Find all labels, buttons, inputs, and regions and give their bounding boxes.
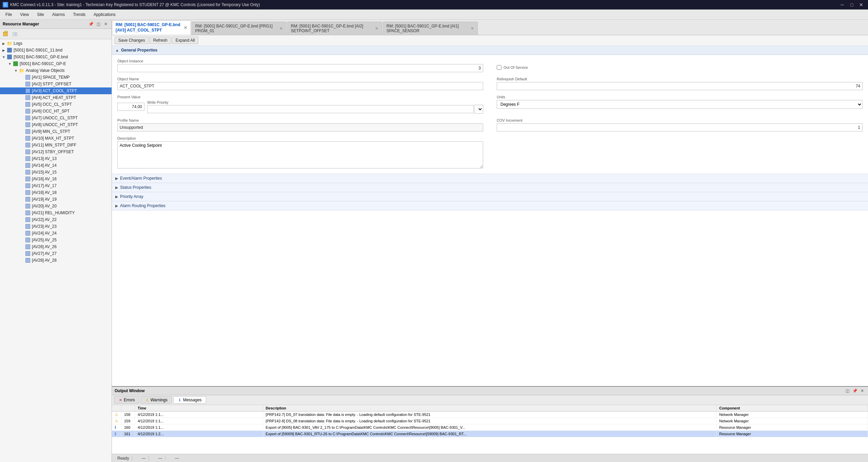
open-folder-button[interactable] xyxy=(2,30,10,38)
tree-item-av20[interactable]: ▶ [AV20] AV_20 xyxy=(0,203,112,209)
output-row-160[interactable]: ℹ 160 4/12/2019 1:1... Export of [9005] … xyxy=(112,424,868,431)
output-row-159[interactable]: ⚠ 159 4/12/2019 1:1... [PRP142-8] DS_08 … xyxy=(112,418,868,424)
tree-item-av23[interactable]: ▶ [AV23] AV_23 xyxy=(0,223,112,230)
new-folder-button[interactable]: + xyxy=(12,30,20,38)
minimize-button[interactable]: ─ xyxy=(838,1,846,8)
output-pin-button[interactable]: 📌 xyxy=(852,388,858,394)
input-object-name[interactable] xyxy=(117,82,483,90)
tree-expander-bac-gp[interactable]: ▼ xyxy=(7,61,12,66)
row-161-num: 161 xyxy=(121,431,135,437)
tab-ai2[interactable]: RM: [5001] BAC-5901C_GP-E.bnd [AI2] SETP… xyxy=(287,22,382,35)
refresh-button[interactable]: Refresh xyxy=(150,37,171,44)
tree-item-av2[interactable]: ▶ [AV2] STPT_OFFSET xyxy=(0,81,112,87)
tab-prgm01[interactable]: RM: [5001] BAC-5901C_GP-E.bnd [PRG1] PRG… xyxy=(192,22,287,35)
tree-item-av11[interactable]: ▶ [AV11] MIN_STPT_DIFF xyxy=(0,142,112,148)
input-cov-increment[interactable] xyxy=(497,123,863,132)
row-159-component: Network Manager xyxy=(716,418,868,424)
leaf-icon-av15 xyxy=(25,169,31,175)
input-relinquish-default[interactable] xyxy=(497,82,863,90)
output-close-button[interactable]: ✕ xyxy=(859,388,865,394)
tree-item-av8[interactable]: ▶ [AV8] UNOCC_HT_STPT xyxy=(0,121,112,128)
tree-item-av12[interactable]: ▶ [AV12] STBY_OFFSET xyxy=(0,148,112,155)
menu-site[interactable]: Site xyxy=(33,11,48,18)
tree-item-av18[interactable]: ▶ [AV18] AV_18 xyxy=(0,189,112,196)
input-profile-name[interactable] xyxy=(117,123,483,132)
col-num xyxy=(121,405,135,411)
menu-file[interactable]: File xyxy=(1,11,16,18)
tree-expander-bac11[interactable]: ▶ xyxy=(1,48,6,53)
sidebar-close-button[interactable]: ✕ xyxy=(103,21,109,27)
tree-item-av17[interactable]: ▶ [AV17] AV_17 xyxy=(0,182,112,189)
tree-item-av22[interactable]: ▶ [AV22] AV_22 xyxy=(0,216,112,223)
field-profile-name: Profile Name xyxy=(117,118,483,132)
tab-close-ai1[interactable]: ✕ xyxy=(471,26,474,31)
menu-alarms[interactable]: Alarms xyxy=(48,11,69,18)
field-cov-increment: COV Increment xyxy=(497,118,863,132)
tree-item-bac11[interactable]: ▶ [5001] BAC-5901C_11.bnd xyxy=(0,47,112,54)
checkbox-out-of-service[interactable] xyxy=(497,65,501,70)
sidebar-float-button[interactable]: ◫ xyxy=(95,21,101,27)
tree-item-av5[interactable]: ▶ [AV5] OCC_CL_STPT xyxy=(0,101,112,108)
tab-ai1[interactable]: RM: [5001] BAC-5901C_GP-E.bnd [AI1] SPAC… xyxy=(383,22,478,35)
tab-close-prgm01[interactable]: ✕ xyxy=(279,26,283,31)
tab-av3-cool-stpt[interactable]: RM: [5001] BAC-5901C_GP-E.bnd[AV3] ACT_C… xyxy=(112,20,191,35)
tree-expander-logs[interactable]: ▶ xyxy=(1,41,6,46)
save-changes-button[interactable]: Save Changes xyxy=(115,37,149,44)
tab-close-ai2[interactable]: ✕ xyxy=(375,26,378,31)
section-event-alarm[interactable]: ▶ Event/Alarm Properties xyxy=(112,174,868,183)
tree-item-av16[interactable]: ▶ [AV16] AV_16 xyxy=(0,176,112,182)
tree-item-av21[interactable]: ▶ [AV21] REL_HUMIDITY xyxy=(0,209,112,216)
section-priority-array[interactable]: ▶ Priority Array xyxy=(112,192,868,201)
tree-label-av7: [AV7] UNOCC_CL_STPT xyxy=(32,116,78,120)
tree-item-av9[interactable]: ▶ [AV9] MIN_CL_STPT xyxy=(0,128,112,135)
select-write-priority[interactable]: ▼ xyxy=(474,105,483,114)
input-write-priority[interactable] xyxy=(147,105,474,113)
tab-messages[interactable]: ℹ Messages xyxy=(173,396,206,404)
tree-item-av15[interactable]: ▶ [AV15] AV_15 xyxy=(0,169,112,176)
tree-item-av25[interactable]: ▶ [AV25] AV_25 xyxy=(0,237,112,243)
tree-expander-bac-gpe-bnd[interactable]: ▼ xyxy=(1,55,6,59)
tree-item-av6[interactable]: ▶ [AV6] OCC_HT_SPT xyxy=(0,108,112,115)
tab-warnings[interactable]: ⚠ Warnings xyxy=(141,396,172,404)
tree-item-av3[interactable]: ▶ [AV3] ACT_COOL_STPT xyxy=(0,87,112,94)
textarea-description[interactable]: Active Cooling Setpoint xyxy=(117,141,483,168)
tree-item-logs[interactable]: ▶ 📁 Logs xyxy=(0,40,112,47)
tab-close-av3[interactable]: ✕ xyxy=(184,25,187,30)
tree-item-av14[interactable]: ▶ [AV14] AV_14 xyxy=(0,162,112,169)
sidebar-pin-button[interactable]: 📌 xyxy=(88,21,94,27)
output-float-button[interactable]: ◫ xyxy=(844,388,850,394)
status-ready: Ready xyxy=(115,456,132,461)
tree-item-av13[interactable]: ▶ [AV13] AV_13 xyxy=(0,155,112,162)
tree-item-bac-gp[interactable]: ▼ [5001] BAC-5901C_GP-E xyxy=(0,60,112,67)
menu-trends[interactable]: Trends xyxy=(69,11,90,18)
tree-expander-analog[interactable]: ▼ xyxy=(14,68,18,73)
expand-all-button[interactable]: Expand All xyxy=(172,37,199,44)
menu-view[interactable]: View xyxy=(16,11,33,18)
tree-item-analog-objects[interactable]: ▼ 📁 Analog Value Objects xyxy=(0,67,112,74)
tab-label-ai2: RM: [5001] BAC-5901C_GP-E.bnd [AI2] SETP… xyxy=(291,24,372,33)
close-button[interactable]: ✕ xyxy=(857,1,865,8)
tree-item-bac-gpe-bnd[interactable]: ▼ [5001] BAC-5901C_GP-E.bnd xyxy=(0,54,112,60)
section-status[interactable]: ▶ Status Properties xyxy=(112,183,868,192)
tree-item-av4[interactable]: ▶ [AV4] ACT_HEAT_STPT xyxy=(0,94,112,101)
tree-item-av24[interactable]: ▶ [AV24] AV_24 xyxy=(0,230,112,237)
input-object-instance[interactable] xyxy=(117,64,483,72)
tree-item-av1[interactable]: ▶ [AV1] SPACE_TEMP xyxy=(0,74,112,81)
general-properties-header[interactable]: ▲ General Properties xyxy=(112,46,868,55)
select-units[interactable]: Degrees F Degrees C No Units xyxy=(497,100,863,109)
output-row-161[interactable]: ℹ 161 4/12/2019 1:2... Export of [59009]… xyxy=(112,431,868,437)
maximize-button[interactable]: □ xyxy=(848,1,856,8)
tree-item-av28[interactable]: ▶ [AV28] AV_28 xyxy=(0,257,112,264)
input-present-value[interactable] xyxy=(117,103,144,111)
section-alarm-routing[interactable]: ▶ Alarm Routing Properties xyxy=(112,201,868,210)
tab-errors[interactable]: ✕ Errors xyxy=(114,396,139,404)
output-row-158[interactable]: ⚠ 158 4/12/2019 1:1... [PRP142-7] DS_07 … xyxy=(112,411,868,418)
output-header: Output Window ◫ 📌 ✕ xyxy=(112,387,868,395)
tree-item-av7[interactable]: ▶ [AV7] UNOCC_CL_STPT xyxy=(0,115,112,121)
menu-applications[interactable]: Applications xyxy=(90,11,120,18)
tree-item-av27[interactable]: ▶ [AV27] AV_27 xyxy=(0,250,112,257)
tree-item-av10[interactable]: ▶ [AV10] MAX_HT_STPT xyxy=(0,135,112,142)
tree-item-av19[interactable]: ▶ [AV19] AV_19 xyxy=(0,196,112,203)
row-161-icon: ℹ xyxy=(112,431,121,437)
tree-item-av26[interactable]: ▶ [AV26] AV_26 xyxy=(0,243,112,250)
